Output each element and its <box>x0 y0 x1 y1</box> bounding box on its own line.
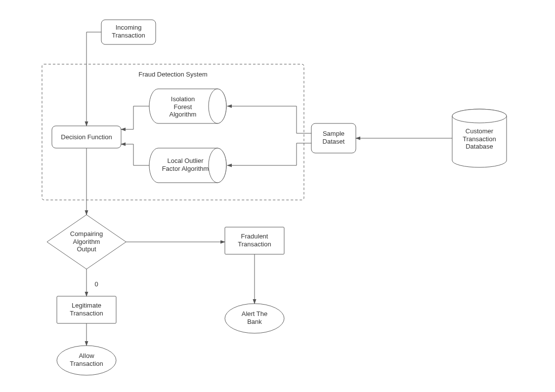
edge-sample-to-isoforest <box>227 106 311 133</box>
svg-point-3 <box>452 109 507 123</box>
lof-label: Local OutlierFactor Algorithm <box>162 157 209 172</box>
edge-sample-to-lof <box>227 143 311 165</box>
lof-node: Local OutlierFactor Algorithm <box>149 148 226 183</box>
fraud-detection-flowchart: Fraud Detection System IncomingTransacti… <box>0 0 555 392</box>
svg-point-1 <box>209 89 226 123</box>
incoming-transaction-label: IncomingTransaction <box>112 24 145 39</box>
sample-dataset-label: SampleDataset <box>323 130 345 145</box>
decision-function-label: Decision Function <box>61 133 112 141</box>
compare-edge-zero-label: 0 <box>94 280 98 288</box>
fraudulent-transaction-label: FradulentTransaction <box>238 233 271 248</box>
edge-incoming-to-decision <box>86 32 101 126</box>
edge-lof-to-decision <box>121 144 149 165</box>
fraud-detection-system-title: Fraud Detection System <box>138 71 207 78</box>
edge-isoforest-to-decision <box>121 106 149 129</box>
customer-database-node: CustomerTransactionDatabase <box>452 109 507 167</box>
customer-database-label: CustomerTransactionDatabase <box>463 127 496 150</box>
legitimate-transaction-label: LegitimateTransaction <box>70 302 103 317</box>
svg-point-2 <box>209 148 226 183</box>
isolation-forest-node: IsolationForestAlgorithm <box>149 89 226 123</box>
